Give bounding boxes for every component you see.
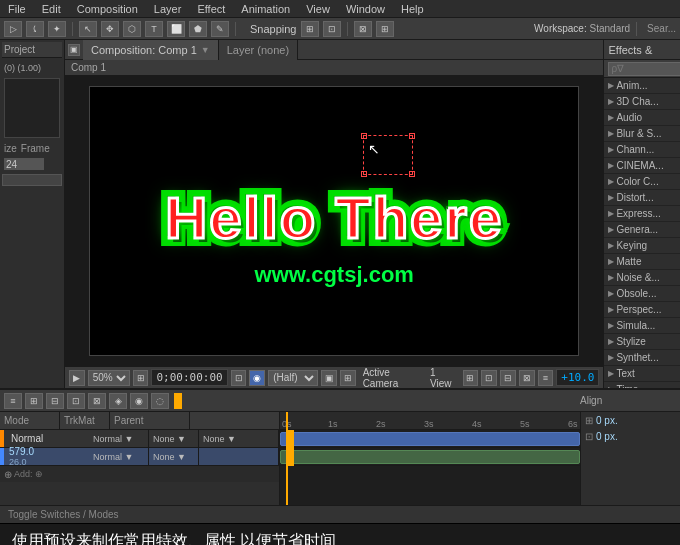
toolbar-btn-3[interactable]: ✦ bbox=[48, 21, 66, 37]
effect-item-channel[interactable]: ▶ Chann... bbox=[604, 142, 680, 158]
effect-item-keying[interactable]: ▶ Keying bbox=[604, 238, 680, 254]
effect-item-anim[interactable]: ▶ Anim... bbox=[604, 78, 680, 94]
region-btn[interactable]: ▣ bbox=[321, 370, 337, 386]
effect-item-generate[interactable]: ▶ Genera... bbox=[604, 222, 680, 238]
tl-btn-1[interactable]: ≡ bbox=[4, 393, 22, 409]
effects-search-input[interactable] bbox=[608, 62, 680, 76]
effect-item-stylize[interactable]: ▶ Stylize bbox=[604, 334, 680, 350]
comp-viewport[interactable]: Hello There Hello There www.cgtsj.com ↖ bbox=[65, 76, 603, 366]
tick-6s: 6s bbox=[568, 419, 578, 429]
toolbar-btn-7[interactable]: T bbox=[145, 21, 163, 37]
toolbar-btn-9[interactable]: ⬟ bbox=[189, 21, 207, 37]
effect-item-matte[interactable]: ▶ Matte bbox=[604, 254, 680, 270]
effect-item-blur[interactable]: ▶ Blur & S... bbox=[604, 126, 680, 142]
menu-window[interactable]: Window bbox=[342, 3, 389, 15]
tl-btn-7[interactable]: ◉ bbox=[130, 393, 148, 409]
menu-composition[interactable]: Composition bbox=[73, 3, 142, 15]
effect-item-audio[interactable]: ▶ Audio bbox=[604, 110, 680, 126]
effects-header: Effects & bbox=[604, 40, 680, 60]
layer-tab[interactable]: Layer (none) bbox=[219, 40, 298, 60]
effect-item-simula[interactable]: ▶ Simula... bbox=[604, 318, 680, 334]
fps-input[interactable] bbox=[4, 158, 44, 170]
comp-tab[interactable]: Composition: Comp 1 ▼ bbox=[83, 40, 219, 60]
toolbar-btn-4[interactable]: ↖ bbox=[79, 21, 97, 37]
arrow-icon-3d: ▶ bbox=[608, 97, 614, 106]
left-slider[interactable] bbox=[2, 174, 62, 186]
comp-tab-bar: ▣ Composition: Comp 1 ▼ Layer (none) bbox=[65, 40, 603, 60]
add-layer-btn[interactable]: ⊕ Add: ⊕ bbox=[0, 466, 279, 482]
toolbar-btn-8[interactable]: ⬜ bbox=[167, 21, 185, 37]
effects-panel: Effects & ▶ Anim... ▶ 3D Cha... ▶ Audio … bbox=[603, 40, 680, 388]
tl-btn-2[interactable]: ⊞ bbox=[25, 393, 43, 409]
effect-item-text[interactable]: ▶ Text bbox=[604, 366, 680, 382]
effect-item-cinema[interactable]: ▶ CINEMA... bbox=[604, 158, 680, 174]
comp-breadcrumb: Comp 1 bbox=[65, 60, 603, 76]
tl-btn-3[interactable]: ⊟ bbox=[46, 393, 64, 409]
effect-item-3d[interactable]: ▶ 3D Cha... bbox=[604, 94, 680, 110]
toolbar-btn-11[interactable]: ⊠ bbox=[354, 21, 372, 37]
toolbar-sep-3 bbox=[347, 22, 348, 36]
effect-item-time[interactable]: ▶ Time bbox=[604, 382, 680, 388]
subtitle-text: 使用预设来制作常用特效、属性 以便节省时间 bbox=[12, 531, 336, 545]
tl-btn-5[interactable]: ⊠ bbox=[88, 393, 106, 409]
tl-layer-2[interactable]: 579.0 26.0 Normal ▼ None ▼ bbox=[0, 448, 279, 466]
effect-item-synth[interactable]: ▶ Synthet... bbox=[604, 350, 680, 366]
menu-file[interactable]: File bbox=[4, 3, 30, 15]
menu-help[interactable]: Help bbox=[397, 3, 428, 15]
left-panel: Project (0) (1.00) ize Frame bbox=[0, 40, 65, 388]
toolbar-btn-5[interactable]: ✥ bbox=[101, 21, 119, 37]
toolbar-btn-12[interactable]: ⊞ bbox=[376, 21, 394, 37]
menu-view[interactable]: View bbox=[302, 3, 334, 15]
effect-item-noise[interactable]: ▶ Noise &... bbox=[604, 270, 680, 286]
effect-item-perspec[interactable]: ▶ Perspec... bbox=[604, 302, 680, 318]
color-btn[interactable]: ◉ bbox=[249, 370, 265, 386]
tl-parent-2 bbox=[199, 448, 279, 465]
menu-animation[interactable]: Animation bbox=[237, 3, 294, 15]
layer-values: 579.0 26.0 bbox=[7, 446, 89, 467]
view-btn-2[interactable]: ⊡ bbox=[481, 370, 497, 386]
effects-list: ▶ Anim... ▶ 3D Cha... ▶ Audio ▶ Blur & S… bbox=[604, 78, 680, 388]
quality-select[interactable]: (Half) (Full) (Third) bbox=[268, 370, 318, 386]
toolbar-btn-6[interactable]: ⬡ bbox=[123, 21, 141, 37]
comp-tab-arrow: ▼ bbox=[201, 45, 210, 55]
tl-btn-8[interactable]: ◌ bbox=[151, 393, 169, 409]
view-btn-1[interactable]: ⊞ bbox=[463, 370, 479, 386]
handle-tr bbox=[409, 133, 415, 139]
tl-btn-4[interactable]: ⊡ bbox=[67, 393, 85, 409]
add-label: Add: ⊕ bbox=[14, 469, 43, 479]
add-icon: ⊕ bbox=[4, 469, 12, 480]
menu-edit[interactable]: Edit bbox=[38, 3, 65, 15]
effect-item-obsole[interactable]: ▶ Obsole... bbox=[604, 286, 680, 302]
toolbar-btn-10[interactable]: ✎ bbox=[211, 21, 229, 37]
tick-5s: 5s bbox=[520, 419, 530, 429]
snapping-toggle[interactable]: ⊞ bbox=[301, 21, 319, 37]
arrow-icon-anim: ▶ bbox=[608, 81, 614, 90]
play-btn[interactable]: ▶ bbox=[69, 370, 85, 386]
handle-bl bbox=[361, 171, 367, 177]
view-btn-5[interactable]: ≡ bbox=[538, 370, 554, 386]
timeline-marker[interactable] bbox=[174, 393, 182, 409]
comp-canvas: Hello There Hello There www.cgtsj.com ↖ bbox=[89, 86, 579, 356]
toggle-label: Toggle Switches / Modes bbox=[8, 509, 119, 520]
view-btn-3[interactable]: ⊟ bbox=[500, 370, 516, 386]
zoom-select[interactable]: 50% 100% 25% bbox=[88, 370, 130, 386]
effect-item-express[interactable]: ▶ Express... bbox=[604, 206, 680, 222]
effect-item-color[interactable]: ▶ Color C... bbox=[604, 174, 680, 190]
tl-btn-6[interactable]: ◈ bbox=[109, 393, 127, 409]
channel-btn[interactable]: ⊞ bbox=[340, 370, 356, 386]
fit-btn[interactable]: ⊞ bbox=[133, 370, 149, 386]
snapping-btn-2[interactable]: ⊡ bbox=[323, 21, 341, 37]
playhead[interactable] bbox=[286, 412, 288, 505]
effect-item-distort[interactable]: ▶ Distort... bbox=[604, 190, 680, 206]
view-btn-4[interactable]: ⊠ bbox=[519, 370, 535, 386]
toolbar-btn-1[interactable]: ▷ bbox=[4, 21, 22, 37]
menu-layer[interactable]: Layer bbox=[150, 3, 186, 15]
main-toolbar: ▷ ⤹ ✦ ↖ ✥ ⬡ T ⬜ ⬟ ✎ Snapping ⊞ ⊡ ⊠ ⊞ Wor… bbox=[0, 18, 680, 40]
tl-col-trkmat-header: TrkMat bbox=[60, 412, 110, 429]
toolbar-btn-2[interactable]: ⤹ bbox=[26, 21, 44, 37]
preview-btn[interactable]: ⊡ bbox=[231, 370, 247, 386]
menu-effect[interactable]: Effect bbox=[193, 3, 229, 15]
layer-color-1 bbox=[0, 430, 4, 447]
center-panel: ▣ Composition: Comp 1 ▼ Layer (none) Com… bbox=[65, 40, 603, 388]
cursor-arrow: ↖ bbox=[368, 141, 380, 157]
